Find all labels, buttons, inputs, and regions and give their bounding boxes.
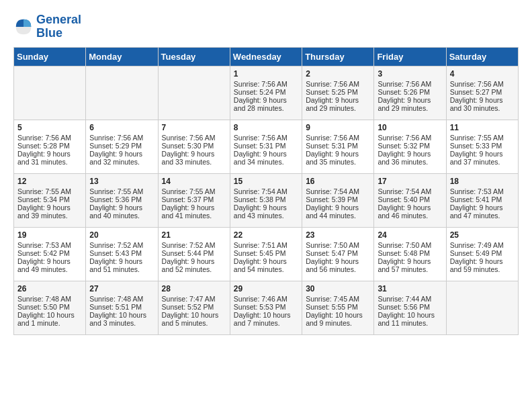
sunrise: Sunrise: 7:45 AM xyxy=(306,295,359,303)
sunset: Sunset: 5:49 PM xyxy=(450,249,502,257)
day-header-sunday: Sunday xyxy=(14,47,86,66)
sunrise: Sunrise: 7:48 AM xyxy=(17,295,71,303)
sunset: Sunset: 5:30 PM xyxy=(162,142,214,150)
sunset: Sunset: 5:41 PM xyxy=(450,195,502,203)
day-number: 13 xyxy=(89,177,154,186)
day-header-monday: Monday xyxy=(86,47,158,66)
sunrise: Sunrise: 7:54 AM xyxy=(378,187,431,195)
calendar-cell: 9 Sunrise: 7:56 AM Sunset: 5:31 PM Dayli… xyxy=(302,120,374,173)
calendar-cell: 15 Sunrise: 7:54 AM Sunset: 5:38 PM Dayl… xyxy=(230,173,302,227)
calendar-body: 1 Sunrise: 7:56 AM Sunset: 5:24 PM Dayli… xyxy=(14,66,519,334)
daylight: Daylight: 9 hours and 29 minutes. xyxy=(306,96,359,112)
daylight: Daylight: 9 hours and 51 minutes. xyxy=(89,257,142,273)
sunset: Sunset: 5:44 PM xyxy=(162,249,214,257)
daylight: Daylight: 9 hours and 34 minutes. xyxy=(234,150,287,166)
day-number: 4 xyxy=(450,69,515,79)
daylight: Daylight: 9 hours and 29 minutes. xyxy=(378,96,431,112)
sunrise: Sunrise: 7:50 AM xyxy=(306,241,359,249)
day-number: 26 xyxy=(17,284,82,293)
daylight: Daylight: 9 hours and 32 minutes. xyxy=(89,150,142,166)
calendar-cell: 31 Sunrise: 7:44 AM Sunset: 5:56 PM Dayl… xyxy=(374,281,446,334)
daylight: Daylight: 10 hours and 7 minutes. xyxy=(234,311,291,327)
sunrise: Sunrise: 7:53 AM xyxy=(450,187,504,195)
day-number: 2 xyxy=(306,69,370,79)
daylight: Daylight: 9 hours and 39 minutes. xyxy=(17,203,71,220)
sunset: Sunset: 5:31 PM xyxy=(234,142,286,150)
sunrise: Sunrise: 7:56 AM xyxy=(306,134,359,142)
sunrise: Sunrise: 7:56 AM xyxy=(450,80,504,88)
day-number: 17 xyxy=(378,177,442,186)
calendar-week-1: 1 Sunrise: 7:56 AM Sunset: 5:24 PM Dayli… xyxy=(14,66,519,120)
calendar-cell: 14 Sunrise: 7:55 AM Sunset: 5:37 PM Dayl… xyxy=(158,173,230,227)
sunset: Sunset: 5:31 PM xyxy=(306,142,358,150)
sunrise: Sunrise: 7:56 AM xyxy=(378,80,431,88)
day-number: 6 xyxy=(89,123,154,132)
daylight: Daylight: 9 hours and 40 minutes. xyxy=(89,203,142,220)
calendar-cell: 18 Sunrise: 7:53 AM Sunset: 5:41 PM Dayl… xyxy=(446,173,518,227)
daylight: Daylight: 9 hours and 56 minutes. xyxy=(306,257,359,273)
calendar-cell: 7 Sunrise: 7:56 AM Sunset: 5:30 PM Dayli… xyxy=(158,120,230,173)
daylight: Daylight: 9 hours and 33 minutes. xyxy=(162,150,215,166)
daylight: Daylight: 10 hours and 1 minute. xyxy=(17,311,75,327)
sunrise: Sunrise: 7:44 AM xyxy=(378,295,431,303)
sunset: Sunset: 5:26 PM xyxy=(378,88,430,96)
daylight: Daylight: 9 hours and 30 minutes. xyxy=(450,96,503,112)
daylight: Daylight: 9 hours and 43 minutes. xyxy=(234,203,287,220)
day-number: 5 xyxy=(17,123,82,132)
calendar-cell: 24 Sunrise: 7:50 AM Sunset: 5:48 PM Dayl… xyxy=(374,227,446,281)
calendar-cell: 25 Sunrise: 7:49 AM Sunset: 5:49 PM Dayl… xyxy=(446,227,518,281)
day-header-friday: Friday xyxy=(374,47,446,66)
day-number: 12 xyxy=(17,177,82,186)
day-number: 27 xyxy=(89,284,154,293)
calendar-cell: 2 Sunrise: 7:56 AM Sunset: 5:25 PM Dayli… xyxy=(302,66,374,120)
calendar-cell: 27 Sunrise: 7:48 AM Sunset: 5:51 PM Dayl… xyxy=(86,281,158,334)
sunset: Sunset: 5:27 PM xyxy=(450,88,502,96)
daylight: Daylight: 9 hours and 28 minutes. xyxy=(234,96,287,112)
sunset: Sunset: 5:50 PM xyxy=(17,303,70,311)
logo-text: General Blue xyxy=(36,13,81,40)
sunrise: Sunrise: 7:55 AM xyxy=(89,187,143,195)
calendar-cell: 17 Sunrise: 7:54 AM Sunset: 5:40 PM Dayl… xyxy=(374,173,446,227)
calendar-cell: 26 Sunrise: 7:48 AM Sunset: 5:50 PM Dayl… xyxy=(14,281,86,334)
sunset: Sunset: 5:42 PM xyxy=(17,249,70,257)
sunrise: Sunrise: 7:47 AM xyxy=(162,295,216,303)
calendar-cell: 6 Sunrise: 7:56 AM Sunset: 5:29 PM Dayli… xyxy=(86,120,158,173)
sunrise: Sunrise: 7:46 AM xyxy=(234,295,287,303)
day-number: 29 xyxy=(234,284,298,293)
calendar-cell: 5 Sunrise: 7:56 AM Sunset: 5:28 PM Dayli… xyxy=(14,120,86,173)
calendar-cell xyxy=(158,66,230,120)
day-number: 14 xyxy=(162,177,226,186)
calendar-cell xyxy=(86,66,158,120)
calendar-cell: 12 Sunrise: 7:55 AM Sunset: 5:34 PM Dayl… xyxy=(14,173,86,227)
day-number: 3 xyxy=(378,69,442,79)
daylight: Daylight: 9 hours and 59 minutes. xyxy=(450,257,503,273)
daylight: Daylight: 9 hours and 54 minutes. xyxy=(234,257,287,273)
daylight: Daylight: 10 hours and 5 minutes. xyxy=(162,311,219,327)
sunset: Sunset: 5:24 PM xyxy=(234,88,286,96)
calendar-cell: 1 Sunrise: 7:56 AM Sunset: 5:24 PM Dayli… xyxy=(230,66,302,120)
day-number: 19 xyxy=(17,230,82,240)
sunrise: Sunrise: 7:54 AM xyxy=(306,187,359,195)
daylight: Daylight: 9 hours and 35 minutes. xyxy=(306,150,359,166)
sunset: Sunset: 5:36 PM xyxy=(89,195,142,203)
sunset: Sunset: 5:38 PM xyxy=(234,195,286,203)
calendar-cell: 23 Sunrise: 7:50 AM Sunset: 5:47 PM Dayl… xyxy=(302,227,374,281)
sunset: Sunset: 5:47 PM xyxy=(306,249,358,257)
sunset: Sunset: 5:39 PM xyxy=(306,195,358,203)
calendar-cell: 10 Sunrise: 7:56 AM Sunset: 5:32 PM Dayl… xyxy=(374,120,446,173)
daylight: Daylight: 9 hours and 57 minutes. xyxy=(378,257,431,273)
sunrise: Sunrise: 7:53 AM xyxy=(17,241,71,249)
day-header-wednesday: Wednesday xyxy=(230,47,302,66)
sunrise: Sunrise: 7:56 AM xyxy=(89,134,143,142)
sunset: Sunset: 5:45 PM xyxy=(234,249,286,257)
daylight: Daylight: 9 hours and 31 minutes. xyxy=(17,150,71,166)
calendar-table: SundayMondayTuesdayWednesdayThursdayFrid… xyxy=(13,47,519,335)
calendar-cell: 29 Sunrise: 7:46 AM Sunset: 5:53 PM Dayl… xyxy=(230,281,302,334)
day-number: 1 xyxy=(234,69,298,79)
day-number: 18 xyxy=(450,177,515,186)
calendar-cell: 4 Sunrise: 7:56 AM Sunset: 5:27 PM Dayli… xyxy=(446,66,518,120)
calendar-cell: 3 Sunrise: 7:56 AM Sunset: 5:26 PM Dayli… xyxy=(374,66,446,120)
day-number: 11 xyxy=(450,123,515,132)
sunset: Sunset: 5:32 PM xyxy=(378,142,430,150)
sunset: Sunset: 5:34 PM xyxy=(17,195,70,203)
